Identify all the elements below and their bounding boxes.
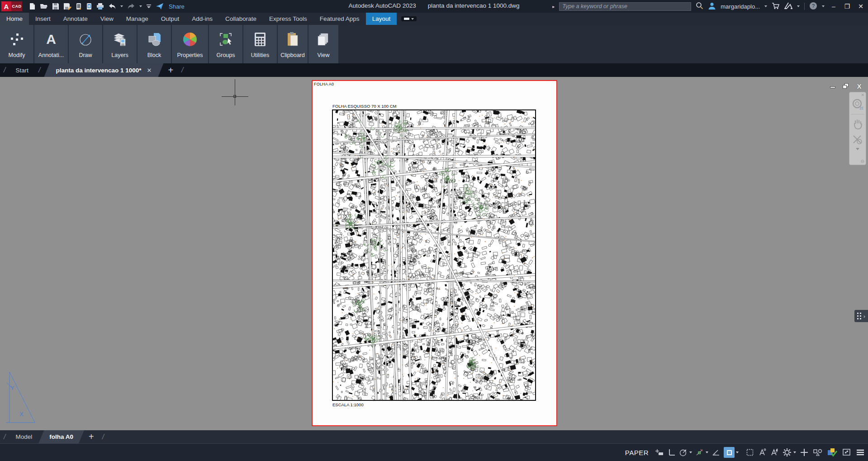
tab-express-tools[interactable]: Express Tools <box>263 13 313 25</box>
gear-dropdown-icon[interactable] <box>793 451 796 453</box>
save-button[interactable] <box>52 3 59 10</box>
tab-output[interactable]: Output <box>155 13 186 25</box>
tab-featured-apps[interactable]: Featured Apps <box>313 13 366 25</box>
osnap-tracking-icon[interactable] <box>695 448 708 457</box>
annotation-visibility-icon[interactable] <box>758 448 767 457</box>
panel-properties[interactable]: Properties <box>172 25 208 63</box>
paper-space-label[interactable]: PAPER <box>625 449 649 456</box>
annotation-autoscale-icon[interactable] <box>770 448 779 457</box>
search-input[interactable] <box>559 2 691 11</box>
tab-folha-a0[interactable]: folha A0 <box>38 430 84 443</box>
customization-gear-icon[interactable] <box>782 447 796 457</box>
panel-utilities[interactable]: Utilities <box>243 25 277 63</box>
tab-addins[interactable]: Add-ins <box>185 13 219 25</box>
object-snap-angle-icon[interactable] <box>711 448 721 457</box>
viewport-dropdown-icon[interactable] <box>736 451 739 453</box>
polar-dropdown-icon[interactable] <box>689 451 692 453</box>
user-dropdown[interactable] <box>764 5 767 7</box>
tab-home[interactable]: Home <box>0 13 29 25</box>
plot-button[interactable] <box>96 3 104 10</box>
panel-modify[interactable]: Modify <box>0 25 33 63</box>
layout-tab-bar: / Model folha A0 + / <box>0 430 868 444</box>
navbar-close-icon[interactable]: ✕ <box>861 93 864 97</box>
pan-hand-icon[interactable] <box>849 119 866 130</box>
help-icon[interactable]: ? <box>809 2 817 11</box>
tab-view[interactable]: View <box>94 13 120 25</box>
panel-draw[interactable]: Draw <box>69 25 102 63</box>
osnap-dropdown-icon[interactable] <box>706 451 708 453</box>
redo-dropdown[interactable] <box>139 5 142 7</box>
open-file-button[interactable] <box>40 3 48 10</box>
save-as-button[interactable] <box>63 3 71 10</box>
tab-manage[interactable]: Manage <box>120 13 155 25</box>
drawing-close-button[interactable]: X <box>856 83 863 89</box>
file-tab-close-icon[interactable]: ✕ <box>147 67 152 74</box>
status-menu-icon[interactable] <box>855 448 865 457</box>
search-icon[interactable] <box>696 2 703 11</box>
redo-button[interactable] <box>127 3 135 10</box>
polar-tracking-icon[interactable] <box>679 448 692 457</box>
quick-access-toolbar: Share <box>28 3 185 10</box>
navbar-customize-icon[interactable]: ⊖ <box>861 159 864 164</box>
isolate-objects-icon[interactable] <box>812 448 823 457</box>
panel-annotation[interactable]: A Annotati... <box>34 25 68 63</box>
layers-icon <box>112 28 128 51</box>
draw-icon <box>78 28 93 51</box>
file-tab-start[interactable]: Start <box>9 63 35 77</box>
paper-model-toggle[interactable] <box>724 447 739 458</box>
minimize-window-button[interactable]: – <box>829 3 838 10</box>
autodesk-logo-icon[interactable] <box>784 2 792 10</box>
ucs-icon: Y X <box>3 369 38 426</box>
file-tab-separator: / <box>0 66 9 74</box>
tab-model[interactable]: Model <box>9 430 38 443</box>
ucs-x-label: X <box>19 411 24 418</box>
help-dropdown[interactable] <box>822 5 825 7</box>
new-drawing-tab-button[interactable]: + <box>163 65 178 76</box>
app-menu-button[interactable]: A CAD <box>1 1 22 11</box>
navigation-bar[interactable]: ✕ 2D ⊖ <box>849 92 866 165</box>
palette-anchor[interactable]: › <box>854 310 868 322</box>
panel-clipboard[interactable]: Clipboard <box>278 25 308 63</box>
clean-screen-icon[interactable] <box>841 447 852 457</box>
drawing-restore-button[interactable] <box>843 83 849 89</box>
close-window-button[interactable]: ✕ <box>856 3 865 10</box>
selection-cycling-icon[interactable] <box>745 448 754 457</box>
save-to-web-mobile-button[interactable] <box>86 3 92 10</box>
new-layout-button[interactable]: + <box>84 432 99 442</box>
tab-layout[interactable]: Layout <box>366 13 397 25</box>
zoom-extents-icon[interactable] <box>849 134 866 145</box>
zoom-dropdown-icon[interactable] <box>856 148 859 150</box>
panel-label: Annotati... <box>38 52 64 58</box>
drawing-area[interactable]: FOLHA A0 FOLHA ESQUISSO 70 X 100 CM ESCA… <box>0 77 868 430</box>
tab-annotate[interactable]: Annotate <box>57 13 94 25</box>
steering-wheel-icon[interactable]: 2D <box>849 99 866 110</box>
ribbon-toggle-dropdown[interactable] <box>411 18 414 20</box>
graphics-performance-icon[interactable] <box>826 447 838 458</box>
share-button[interactable]: Share <box>169 3 185 10</box>
customize-qat-button[interactable] <box>146 4 152 9</box>
open-from-web-mobile-button[interactable] <box>76 3 82 10</box>
signed-in-user[interactable]: margaridaplo... <box>721 3 760 10</box>
drawing-minimize-button[interactable] <box>830 83 836 89</box>
undo-dropdown[interactable] <box>120 5 123 7</box>
panel-layers[interactable]: Layers <box>103 25 137 63</box>
ribbon-display-toggle[interactable] <box>401 16 417 21</box>
snap-mode-icon[interactable] <box>655 448 664 457</box>
tab-insert[interactable]: Insert <box>29 13 57 25</box>
map-viewport[interactable] <box>332 109 535 400</box>
cart-icon[interactable] <box>772 2 780 11</box>
plus-tool-icon[interactable] <box>799 447 809 457</box>
panel-view[interactable]: View <box>308 25 338 63</box>
layout-paper-sheet[interactable]: FOLHA A0 FOLHA ESQUISSO 70 X 100 CM ESCA… <box>312 80 557 426</box>
restore-window-button[interactable]: ❐ <box>843 3 852 10</box>
panel-label: Modify <box>9 52 25 58</box>
tab-collaborate[interactable]: Collaborate <box>219 13 263 25</box>
file-tab-current[interactable]: planta da intervencao 1 1000* ✕ <box>44 63 163 77</box>
undo-button[interactable] <box>108 3 116 10</box>
panel-block[interactable]: Block <box>138 25 171 63</box>
panel-groups[interactable]: Groups <box>209 25 242 63</box>
ortho-mode-icon[interactable] <box>668 448 676 457</box>
search-flyout-icon[interactable]: ▸ <box>552 4 555 9</box>
new-file-button[interactable] <box>28 3 36 10</box>
autodesk-dropdown[interactable] <box>797 5 800 7</box>
